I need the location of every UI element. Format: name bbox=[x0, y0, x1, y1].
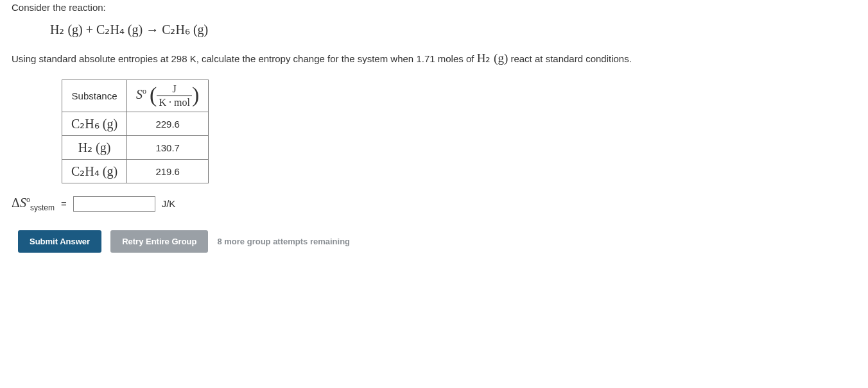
answer-row: ΔSosystem = J/K bbox=[12, 195, 856, 212]
retry-button[interactable]: Retry Entire Group bbox=[110, 230, 208, 253]
button-row: Submit Answer Retry Entire Group 8 more … bbox=[18, 230, 856, 253]
reactant-1: H₂ (g) bbox=[50, 22, 83, 37]
table-row: C₂H₄ (g) 219.6 bbox=[62, 160, 209, 183]
reaction-equation: H₂ (g) + C₂H₄ (g) → C₂H₆ (g) bbox=[50, 22, 856, 37]
intro-text: Consider the reaction: bbox=[12, 0, 856, 15]
attempts-remaining: 8 more group attempts remaining bbox=[217, 237, 350, 246]
s-symbol-answer: S bbox=[20, 196, 26, 210]
delta-symbol: Δ bbox=[12, 196, 20, 210]
equals-sign: = bbox=[61, 198, 67, 209]
table-row: H₂ (g) 130.7 bbox=[62, 136, 209, 160]
instr-before: Using standard absolute entropies at 298… bbox=[12, 53, 416, 64]
unit-fraction: JK · mol bbox=[157, 84, 191, 108]
table-header-entropy: So (JK · mol) bbox=[127, 80, 209, 112]
instruction-text: Using standard absolute entropies at 298… bbox=[12, 49, 856, 68]
instr-species: H₂ (g) bbox=[477, 51, 508, 65]
product: C₂H₆ (g) bbox=[162, 22, 208, 37]
table-header-substance: Substance bbox=[62, 80, 127, 112]
instr-tail: react at standard conditions. bbox=[508, 53, 632, 64]
answer-subscript: system bbox=[30, 203, 55, 212]
value-cell: 219.6 bbox=[127, 160, 209, 183]
answer-unit: J/K bbox=[162, 198, 176, 209]
value-cell: 229.6 bbox=[127, 112, 209, 136]
value-cell: 130.7 bbox=[127, 136, 209, 160]
instr-after-moles: moles of bbox=[435, 53, 477, 64]
substance-cell: C₂H₄ (g) bbox=[62, 160, 127, 183]
answer-label: ΔSosystem bbox=[12, 195, 55, 212]
substance-cell: C₂H₆ (g) bbox=[62, 112, 127, 136]
unit-denominator: K · mol bbox=[157, 96, 191, 108]
plus-sign: + bbox=[83, 22, 96, 37]
entropy-table: Substance So (JK · mol) C₂H₆ (g) 229.6 H… bbox=[62, 80, 209, 183]
instr-moles: 1.71 bbox=[416, 53, 435, 64]
answer-input[interactable] bbox=[73, 196, 155, 212]
unit-numerator: J bbox=[157, 84, 191, 96]
table-row: C₂H₆ (g) 229.6 bbox=[62, 112, 209, 136]
substance-cell: H₂ (g) bbox=[62, 136, 127, 160]
s-symbol: S bbox=[136, 87, 143, 101]
reactant-2: C₂H₄ (g) bbox=[96, 22, 143, 37]
s-superscript: o bbox=[143, 87, 146, 96]
arrow-icon: → bbox=[143, 22, 162, 37]
submit-button[interactable]: Submit Answer bbox=[18, 230, 101, 253]
